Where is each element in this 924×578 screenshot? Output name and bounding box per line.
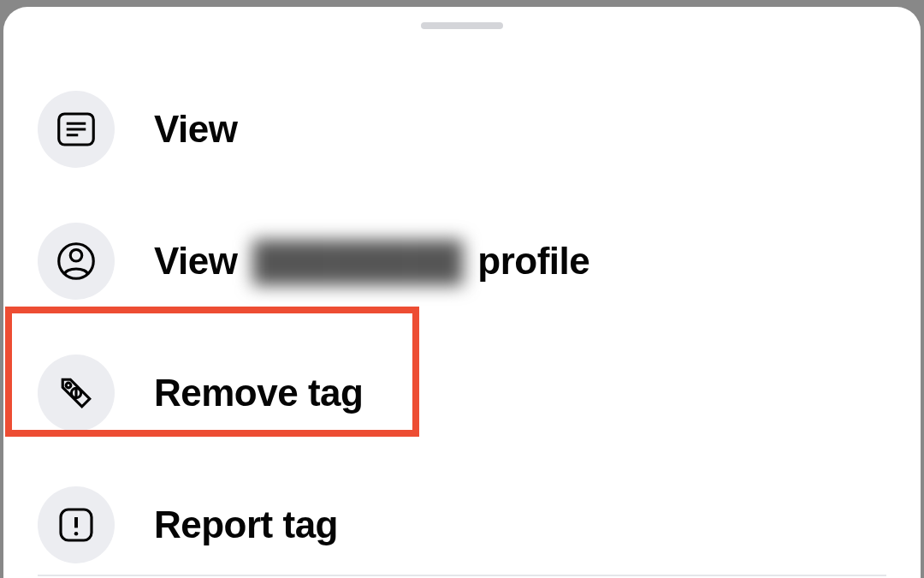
document-icon (38, 91, 115, 168)
person-icon (38, 223, 115, 300)
menu-item-view[interactable]: View (3, 63, 921, 195)
drag-handle[interactable] (421, 22, 503, 29)
menu-item-label: Remove tag (154, 372, 363, 414)
action-sheet: View View ████████ profile (3, 7, 921, 578)
exclamation-icon (38, 486, 115, 563)
svg-point-6 (66, 383, 71, 388)
menu-item-remove-tag[interactable]: Remove tag (3, 327, 921, 459)
svg-point-5 (70, 250, 82, 262)
tag-icon (38, 355, 115, 432)
divider (38, 575, 886, 576)
menu-item-report-tag[interactable]: Report tag (3, 459, 921, 578)
menu-item-label: View ████████ profile (154, 240, 589, 283)
svg-point-11 (74, 532, 79, 536)
menu-item-label: View (154, 108, 237, 151)
menu-list: View View ████████ profile (3, 63, 921, 578)
menu-item-view-profile[interactable]: View ████████ profile (3, 195, 921, 327)
menu-item-label: Report tag (154, 504, 338, 546)
